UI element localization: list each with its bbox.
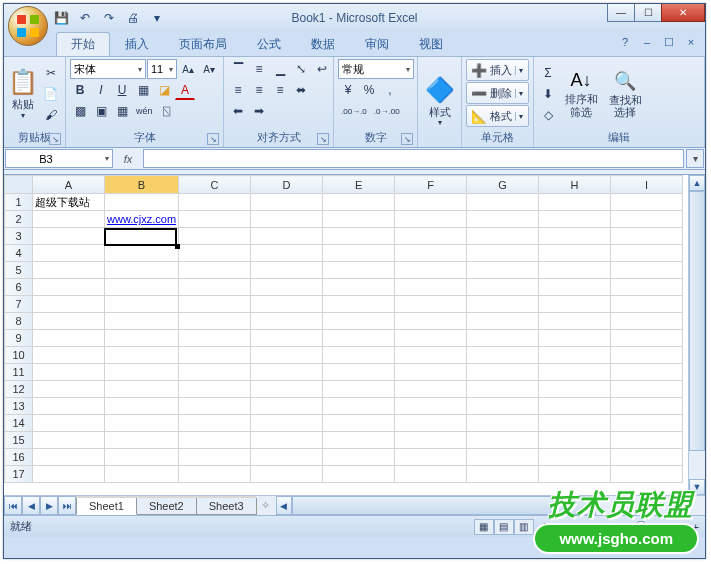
column-header-G[interactable]: G	[467, 176, 539, 194]
cell-C5[interactable]	[179, 262, 251, 279]
cell-G12[interactable]	[467, 381, 539, 398]
show-phonetic-button[interactable]: ⍂	[157, 101, 177, 121]
paste-button[interactable]: 📋 粘贴 ▾	[8, 61, 38, 127]
cell-A11[interactable]	[33, 364, 105, 381]
select-all-button[interactable]	[5, 176, 33, 194]
align-left-button[interactable]: ≡	[228, 80, 248, 100]
cell-I4[interactable]	[611, 245, 683, 262]
cell-A8[interactable]	[33, 313, 105, 330]
row-header-7[interactable]: 7	[5, 296, 33, 313]
scroll-left-button[interactable]: ◀	[276, 496, 292, 515]
font-name-combo[interactable]: 宋体▾	[70, 59, 146, 79]
ribbon-tab-6[interactable]: 视图	[404, 32, 458, 56]
sheet-tab-sheet2[interactable]: Sheet2	[136, 498, 197, 515]
cell-G17[interactable]	[467, 466, 539, 483]
mdi-minimize-icon[interactable]: –	[639, 34, 655, 50]
merge-center-button[interactable]: ⬌	[291, 80, 311, 100]
cell-H10[interactable]	[539, 347, 611, 364]
qat-customize-icon[interactable]: ▾	[148, 9, 166, 27]
cell-B17[interactable]	[105, 466, 179, 483]
qat-undo-icon[interactable]: ↶	[76, 9, 94, 27]
cell-B8[interactable]	[105, 313, 179, 330]
fill-button[interactable]: ⬇	[538, 84, 558, 104]
format-cells-button[interactable]: 📐格式▾	[466, 105, 529, 127]
formula-bar[interactable]	[143, 149, 684, 168]
cell-A5[interactable]	[33, 262, 105, 279]
number-format-combo[interactable]: 常规▾	[338, 59, 414, 79]
cell-I10[interactable]	[611, 347, 683, 364]
sheet-nav-prev-button[interactable]: ◀	[22, 496, 40, 515]
name-box-dropdown-icon[interactable]: ▾	[102, 154, 112, 163]
insert-cells-button[interactable]: ➕插入▾	[466, 59, 529, 81]
window-minimize-button[interactable]: —	[607, 4, 635, 22]
column-header-D[interactable]: D	[251, 176, 323, 194]
row-header-11[interactable]: 11	[5, 364, 33, 381]
cell-C17[interactable]	[179, 466, 251, 483]
underline-button[interactable]: U	[112, 80, 132, 100]
cell-G14[interactable]	[467, 415, 539, 432]
cell-F8[interactable]	[395, 313, 467, 330]
grow-font-button[interactable]: A▴	[178, 59, 198, 79]
cell-F12[interactable]	[395, 381, 467, 398]
cell-H8[interactable]	[539, 313, 611, 330]
phonetic-button[interactable]: wén	[133, 101, 156, 121]
cell-B9[interactable]	[105, 330, 179, 347]
sheet-nav-last-button[interactable]: ⏭	[58, 496, 76, 515]
border-button[interactable]: ▦	[133, 80, 153, 100]
cell-E4[interactable]	[323, 245, 395, 262]
cell-A3[interactable]	[33, 228, 105, 245]
align-top-button[interactable]: ▔	[228, 59, 248, 79]
cell-D14[interactable]	[251, 415, 323, 432]
cell-H11[interactable]	[539, 364, 611, 381]
row-header-1[interactable]: 1	[5, 194, 33, 211]
cell-B3[interactable]	[105, 228, 179, 245]
cell-E14[interactable]	[323, 415, 395, 432]
orientation-button[interactable]: ⤡	[291, 59, 311, 79]
column-header-F[interactable]: F	[395, 176, 467, 194]
column-header-I[interactable]: I	[611, 176, 683, 194]
ribbon-tab-0[interactable]: 开始	[56, 32, 110, 56]
cell-D2[interactable]	[251, 211, 323, 228]
cell-I12[interactable]	[611, 381, 683, 398]
cell-I5[interactable]	[611, 262, 683, 279]
cell-D16[interactable]	[251, 449, 323, 466]
sheet-nav-next-button[interactable]: ▶	[40, 496, 58, 515]
cut-button[interactable]: ✂	[40, 63, 61, 83]
cell-F10[interactable]	[395, 347, 467, 364]
cell-C14[interactable]	[179, 415, 251, 432]
scroll-down-button[interactable]: ▼	[689, 479, 705, 495]
cell-C6[interactable]	[179, 279, 251, 296]
cell-E12[interactable]	[323, 381, 395, 398]
increase-indent-button[interactable]: ➡	[249, 101, 269, 121]
cell-B2[interactable]: www.cjxz.com	[105, 211, 179, 228]
mdi-close-icon[interactable]: ×	[683, 34, 699, 50]
row-header-2[interactable]: 2	[5, 211, 33, 228]
cell-D9[interactable]	[251, 330, 323, 347]
cell-I8[interactable]	[611, 313, 683, 330]
clipboard-launcher-icon[interactable]: ↘	[49, 133, 61, 145]
font-size-combo[interactable]: 11▾	[147, 59, 177, 79]
row-header-8[interactable]: 8	[5, 313, 33, 330]
cell-E13[interactable]	[323, 398, 395, 415]
vertical-scrollbar[interactable]: ▲ ▼	[688, 175, 705, 495]
cell-G13[interactable]	[467, 398, 539, 415]
decrease-indent-button[interactable]: ⬅	[228, 101, 248, 121]
cell-B16[interactable]	[105, 449, 179, 466]
cell-C3[interactable]	[179, 228, 251, 245]
cell-F13[interactable]	[395, 398, 467, 415]
row-header-14[interactable]: 14	[5, 415, 33, 432]
thick-border-button[interactable]: ▦	[112, 101, 132, 121]
cell-E15[interactable]	[323, 432, 395, 449]
cell-F15[interactable]	[395, 432, 467, 449]
ribbon-tab-1[interactable]: 插入	[110, 32, 164, 56]
window-close-button[interactable]: ✕	[661, 4, 705, 22]
view-page-break-button[interactable]: ▥	[514, 519, 534, 535]
ribbon-tab-3[interactable]: 公式	[242, 32, 296, 56]
increase-decimal-button[interactable]: .00→.0	[338, 101, 370, 121]
cell-E3[interactable]	[323, 228, 395, 245]
cell-C2[interactable]	[179, 211, 251, 228]
bold-button[interactable]: B	[70, 80, 90, 100]
cell-F4[interactable]	[395, 245, 467, 262]
cell-G4[interactable]	[467, 245, 539, 262]
vscroll-thumb[interactable]	[689, 191, 705, 451]
